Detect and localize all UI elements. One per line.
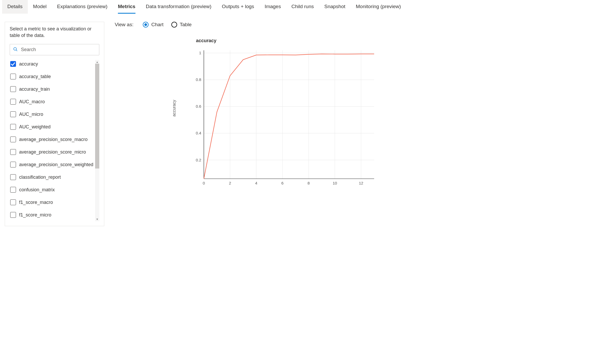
chart-area: View as: ChartTable accuracy accuracy 02… — [115, 22, 606, 226]
checkbox[interactable] — [10, 74, 16, 79]
metric-label: f1_score_micro — [19, 212, 51, 218]
view-as-label: View as: — [115, 22, 133, 28]
svg-text:0.2: 0.2 — [196, 158, 201, 162]
checkbox[interactable] — [10, 137, 16, 142]
scroll-down-arrow-icon[interactable]: ▼ — [96, 217, 99, 221]
svg-text:0.4: 0.4 — [196, 131, 201, 135]
svg-text:12: 12 — [359, 181, 363, 185]
metric-label: accuracy_train — [19, 86, 50, 92]
checkbox[interactable] — [10, 111, 16, 117]
metric-item-auc-micro[interactable]: AUC_micro — [10, 110, 94, 118]
tab-data-transformation-preview[interactable]: Data transformation (preview) — [141, 0, 217, 14]
metric-search[interactable] — [10, 44, 99, 55]
panel-description: Select a metric to see a visualization o… — [10, 26, 99, 39]
tab-outputs-logs[interactable]: Outputs + logs — [217, 0, 259, 14]
radio-icon — [143, 22, 149, 28]
metric-label: confusion_matrix — [19, 187, 55, 193]
view-as-chart-radio[interactable]: Chart — [143, 22, 163, 28]
metric-item-average-precision-score-macro[interactable]: average_precision_score_macro — [10, 135, 94, 143]
radio-label: Chart — [151, 22, 163, 28]
chart: 0246810120.20.40.60.81 — [188, 48, 377, 189]
tab-monitoring-preview[interactable]: Monitoring (preview) — [351, 0, 406, 14]
metric-label: f1_score_macro — [19, 200, 53, 205]
checkbox[interactable] — [10, 174, 16, 180]
metric-item-average-precision-score-weighted[interactable]: average_precision_score_weighted — [10, 161, 94, 169]
tab-explanations-preview[interactable]: Explanations (preview) — [52, 0, 113, 14]
checkbox[interactable] — [10, 124, 16, 130]
view-as-group: View as: ChartTable — [115, 22, 606, 28]
tabs: DetailsModelExplanations (preview)Metric… — [0, 0, 611, 14]
metric-label: AUC_weighted — [19, 124, 51, 130]
svg-text:2: 2 — [229, 181, 231, 185]
metric-label: AUC_micro — [19, 112, 43, 117]
checkbox[interactable] — [10, 99, 16, 105]
metric-list[interactable]: accuracyaccuracy_tableaccuracy_trainAUC_… — [10, 60, 95, 221]
svg-text:10: 10 — [333, 181, 337, 185]
checkbox[interactable] — [10, 149, 16, 155]
tab-metrics[interactable]: Metrics — [113, 0, 141, 14]
tab-model[interactable]: Model — [28, 0, 52, 14]
checkbox[interactable] — [10, 187, 16, 193]
radio-icon — [171, 22, 177, 28]
tab-images[interactable]: Images — [259, 0, 286, 14]
metric-item-accuracy[interactable]: accuracy — [10, 60, 94, 68]
metric-item-average-precision-score-micro[interactable]: average_precision_score_micro — [10, 148, 94, 156]
checkbox[interactable] — [10, 61, 16, 67]
metric-label: average_precision_score_macro — [19, 137, 88, 142]
scroll-up-arrow-icon[interactable]: ▲ — [96, 60, 99, 64]
search-icon — [13, 47, 18, 53]
tab-snapshot[interactable]: Snapshot — [319, 0, 351, 14]
svg-text:6: 6 — [281, 181, 283, 185]
svg-line-1 — [16, 50, 17, 51]
svg-text:4: 4 — [255, 181, 257, 185]
svg-text:0.6: 0.6 — [196, 104, 201, 108]
checkbox[interactable] — [10, 212, 16, 218]
view-as-table-radio[interactable]: Table — [171, 22, 192, 28]
scrollbar-thumb[interactable] — [95, 64, 99, 169]
metric-item-f1-score-macro[interactable]: f1_score_macro — [10, 198, 94, 206]
svg-text:8: 8 — [308, 181, 310, 185]
metric-item-classification-report[interactable]: classification_report — [10, 173, 94, 181]
checkbox[interactable] — [10, 86, 16, 92]
metric-item-auc-weighted[interactable]: AUC_weighted — [10, 123, 94, 131]
metric-label: average_precision_score_micro — [19, 149, 86, 155]
metric-item-accuracy-table[interactable]: accuracy_table — [10, 73, 94, 80]
metric-label: accuracy_table — [19, 74, 51, 79]
metric-item-f1-score-micro[interactable]: f1_score_micro — [10, 211, 94, 219]
metric-label: AUC_macro — [19, 99, 45, 105]
metric-label: accuracy — [19, 61, 38, 67]
chart-y-axis-label: accuracy — [172, 100, 177, 117]
tab-details[interactable]: Details — [2, 0, 28, 14]
metric-item-accuracy-train[interactable]: accuracy_train — [10, 85, 94, 93]
checkbox[interactable] — [10, 162, 16, 167]
svg-point-0 — [14, 47, 17, 50]
metrics-panel: Select a metric to see a visualization o… — [5, 22, 104, 226]
scrollbar[interactable]: ▲ ▼ — [95, 60, 99, 221]
metric-label: average_precision_score_weighted — [19, 162, 93, 167]
search-input[interactable] — [20, 47, 96, 53]
radio-label: Table — [180, 22, 192, 28]
svg-text:1: 1 — [199, 51, 201, 55]
metric-label: classification_report — [19, 175, 61, 180]
svg-text:0.8: 0.8 — [196, 77, 201, 82]
checkbox[interactable] — [10, 199, 16, 205]
metric-item-confusion-matrix[interactable]: confusion_matrix — [10, 186, 94, 194]
svg-text:0: 0 — [203, 181, 205, 185]
chart-title: accuracy — [188, 38, 606, 44]
tab-child-runs[interactable]: Child runs — [286, 0, 319, 14]
metric-item-auc-macro[interactable]: AUC_macro — [10, 98, 94, 106]
